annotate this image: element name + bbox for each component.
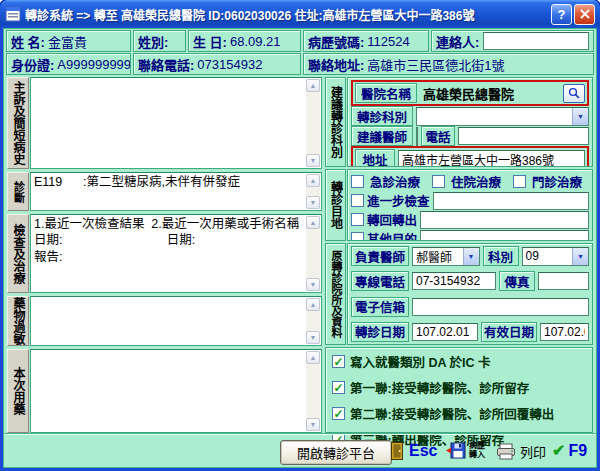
patient-name-label: 姓 名: <box>11 32 45 51</box>
copy1-checkbox[interactable] <box>332 381 345 394</box>
scroll-down-icon[interactable]: ▼ <box>306 418 320 431</box>
responsible-doctor-select[interactable]: 郝醫師 <box>412 247 480 266</box>
referral-purpose-fields: 急診治療 住院治療 門診治療 進一步檢查 轉回轉出 <box>347 169 593 241</box>
suggested-referral-section: 建議轉診科別 醫院名稱 轉診科別 <box>325 77 593 167</box>
suggested-referral-section-label: 建議轉診科別 <box>325 77 346 167</box>
patient-contact-label: 連絡人: <box>436 32 479 51</box>
scroll-down-icon[interactable]: ▼ <box>306 154 320 167</box>
current-medication-textbox[interactable]: ▲ ▼ <box>30 349 322 433</box>
patient-id-cell: 身份證: A999999999 <box>6 53 131 75</box>
patient-id-value: A999999999 <box>57 57 131 72</box>
allergy-scrollbar[interactable]: ▲ ▼ <box>306 298 320 344</box>
fax-input[interactable] <box>538 272 589 290</box>
patient-tel-value: 073154932 <box>197 57 262 72</box>
scroll-up-icon[interactable]: ▲ <box>306 79 320 92</box>
valid-date-label: 有效日期 <box>481 322 537 342</box>
confirm-f9-button[interactable]: ✔ F9 <box>552 441 587 460</box>
exam-scrollbar[interactable]: ▲ ▼ <box>306 216 320 291</box>
origin-dept-select[interactable]: 09 <box>522 247 590 266</box>
other-purpose-input[interactable] <box>420 230 589 242</box>
complaint-textbox[interactable]: ▲ ▼ <box>30 77 322 169</box>
patient-name-value: 金富貴 <box>48 32 87 51</box>
current-medication-scrollbar[interactable]: ▲ ▼ <box>306 351 320 431</box>
esc-button[interactable]: Esc <box>390 441 437 461</box>
allergy-textbox[interactable]: ▲ ▼ <box>30 296 322 346</box>
emergency-checkbox[interactable] <box>351 175 364 188</box>
hospital-search-button[interactable] <box>563 84 585 103</box>
complaint-text[interactable] <box>34 79 305 167</box>
complaint-scrollbar[interactable]: ▲ ▼ <box>306 79 320 167</box>
origin-dept-label: 科別 <box>483 246 519 266</box>
transfer-back-checkbox[interactable] <box>351 213 364 226</box>
close-button[interactable] <box>574 4 595 25</box>
copy2-checkbox[interactable] <box>332 407 345 420</box>
fax-label: 傳真 <box>499 271 535 291</box>
allergy-section-label: 藥物過敏 <box>7 296 29 346</box>
scroll-down-icon[interactable]: ▼ <box>306 278 320 291</box>
inpatient-checkbox[interactable] <box>432 175 445 188</box>
patient-address-value: 高雄市三民區德北街1號 <box>367 55 504 74</box>
open-referral-platform-button[interactable]: 開啟轉診平台 <box>280 440 392 465</box>
suggested-tel-input[interactable] <box>458 127 589 145</box>
suggested-doctor-select[interactable] <box>416 127 418 146</box>
exam-text[interactable]: 1.最近一次檢查結果 2.最近一次用藥或手術名稱 日期: 日期: 報告: <box>34 216 305 291</box>
print-button[interactable]: 列印 <box>496 442 546 461</box>
patient-birthday-value: 68.09.21 <box>230 34 281 49</box>
current-medication-section: 本次用藥 ▲ ▼ <box>7 349 322 433</box>
further-exam-checkbox[interactable] <box>351 194 364 207</box>
transfer-back-input[interactable] <box>420 211 589 229</box>
referral-dept-select[interactable] <box>416 107 589 126</box>
allergy-text[interactable] <box>34 298 305 344</box>
email-label: 電子信箱 <box>351 297 409 317</box>
patient-chart-cell: 病歷號碼: 112524 <box>303 30 429 52</box>
hospital-name-input[interactable] <box>420 84 560 102</box>
search-icon <box>568 87 580 99</box>
hospital-address-input[interactable] <box>398 150 585 167</box>
other-purpose-checkbox[interactable] <box>351 232 364 241</box>
diagnosis-scrollbar[interactable]: ▲ ▼ <box>306 174 320 209</box>
outpatient-label: 門診治療 <box>532 172 582 191</box>
import-record-label-line1: 病歷 <box>469 441 485 450</box>
patient-chart-value: 112524 <box>367 34 409 49</box>
chevron-down-icon[interactable] <box>463 248 479 265</box>
complaint-section: 主訴及簡短病史 ▲ ▼ <box>7 77 322 169</box>
responsible-doctor-value: 郝醫師 <box>413 248 463 265</box>
scroll-down-icon[interactable]: ▼ <box>306 331 320 344</box>
diagnosis-text[interactable]: E119 :第二型糖尿病,未伴有併發症 <box>34 174 305 209</box>
suggested-tel-label: 電話 <box>421 126 455 146</box>
hotline-input[interactable] <box>412 272 496 290</box>
help-button[interactable]: ? <box>551 4 572 25</box>
valid-date-input[interactable] <box>540 323 589 341</box>
chevron-down-icon[interactable] <box>572 108 588 125</box>
referral-purpose-section: 轉診目地 急診治療 住院治療 門診治療 進一步檢查 轉回轉出 <box>325 169 593 241</box>
door-exit-icon <box>390 441 406 461</box>
suggested-doctor-row: 建議醫師 電話 <box>351 126 589 146</box>
further-exam-input[interactable] <box>433 192 589 210</box>
ic-card-checkbox[interactable] <box>332 355 345 368</box>
scroll-up-icon[interactable]: ▲ <box>306 351 320 364</box>
origin-clinic-section-label: 原轉診院所及資料 <box>325 243 346 345</box>
contact-input[interactable] <box>483 32 589 50</box>
scroll-up-icon[interactable]: ▲ <box>306 298 320 311</box>
window-title: 轉診系統 => 轉至 高雄榮民總醫院 ID:0602030026 住址:高雄市左… <box>25 6 549 23</box>
referral-date-input[interactable] <box>412 323 478 341</box>
diagnosis-textbox[interactable]: E119 :第二型糖尿病,未伴有併發症 ▲ ▼ <box>30 172 322 211</box>
scroll-down-icon[interactable]: ▼ <box>306 196 320 209</box>
exam-textbox[interactable]: 1.最近一次檢查結果 2.最近一次用藥或手術名稱 日期: 日期: 報告: ▲ ▼ <box>30 214 322 293</box>
scroll-up-icon[interactable]: ▲ <box>306 174 320 187</box>
f9-key-label: F9 <box>568 442 587 460</box>
print-label: 列印 <box>520 442 546 461</box>
outpatient-checkbox[interactable] <box>513 175 526 188</box>
diagnosis-section-label: 診斷 <box>7 172 29 211</box>
import-record-label: 病歷 轉入 <box>469 442 485 460</box>
current-medication-text[interactable] <box>34 351 305 431</box>
import-record-button[interactable]: 病歷 轉入 <box>446 442 485 460</box>
patient-gender-label: 姓別: <box>138 32 168 51</box>
email-input[interactable] <box>412 298 589 316</box>
referral-dept-row: 轉診科別 <box>351 106 589 126</box>
scroll-up-icon[interactable]: ▲ <box>306 216 320 229</box>
titlebar: 轉診系統 => 轉至 高雄榮民總醫院 ID:0602030026 住址:高雄市左… <box>0 0 600 28</box>
purpose-row-3: 轉回轉出 <box>351 210 589 229</box>
chevron-down-icon[interactable] <box>572 248 588 265</box>
close-icon <box>580 9 590 19</box>
